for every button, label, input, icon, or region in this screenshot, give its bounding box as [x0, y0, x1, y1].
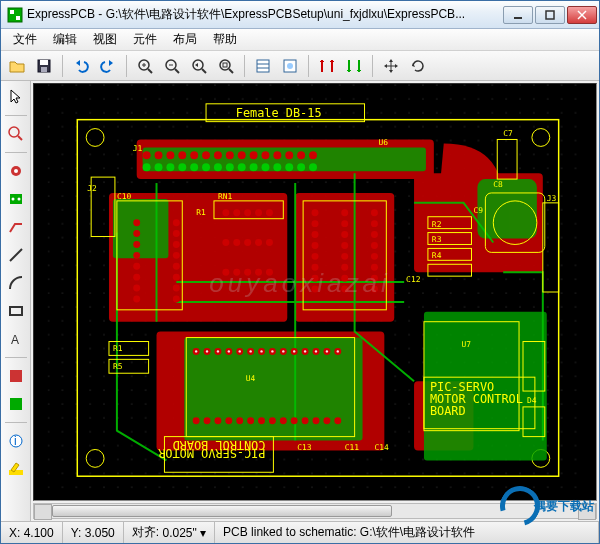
- highlight-tool[interactable]: [4, 457, 28, 481]
- menu-view[interactable]: 视图: [85, 29, 125, 50]
- svg-point-77: [226, 151, 234, 159]
- svg-rect-9: [41, 67, 47, 72]
- layer-top-tool[interactable]: [4, 364, 28, 388]
- menu-file[interactable]: 文件: [5, 29, 45, 50]
- close-button[interactable]: [567, 6, 597, 24]
- svg-point-38: [11, 198, 14, 201]
- svg-point-91: [214, 163, 222, 171]
- menu-edit[interactable]: 编辑: [45, 29, 85, 50]
- svg-rect-2: [16, 16, 20, 20]
- layer-bottom-tool[interactable]: [4, 392, 28, 416]
- svg-point-121: [269, 417, 276, 424]
- svg-point-137: [173, 230, 180, 237]
- svg-point-161: [312, 231, 319, 238]
- menu-help[interactable]: 帮助: [205, 29, 245, 50]
- svg-text:C10: C10: [117, 192, 132, 201]
- undo-button[interactable]: [69, 54, 93, 78]
- svg-rect-43: [10, 370, 22, 382]
- pad-round-tool[interactable]: [4, 159, 28, 183]
- svg-point-33: [9, 127, 19, 137]
- save-button[interactable]: [32, 54, 56, 78]
- svg-rect-21: [223, 63, 227, 67]
- svg-text:R5: R5: [113, 362, 123, 371]
- svg-rect-8: [40, 60, 48, 65]
- scrollbar-horizontal[interactable]: [33, 503, 597, 519]
- toolbar: [1, 51, 599, 81]
- svg-point-146: [244, 209, 251, 216]
- svg-point-86: [155, 163, 163, 171]
- svg-text:CONTROL BOARD: CONTROL BOARD: [173, 438, 266, 452]
- svg-point-156: [244, 269, 251, 276]
- svg-point-155: [233, 269, 240, 276]
- zoom-fit-button[interactable]: [214, 54, 238, 78]
- menu-layout[interactable]: 布局: [165, 29, 205, 50]
- svg-point-173: [341, 275, 348, 282]
- open-button[interactable]: [5, 54, 29, 78]
- svg-text:C8: C8: [493, 180, 503, 189]
- pcb-canvas[interactable]: Female DB-15: [33, 83, 597, 501]
- info-tool[interactable]: i: [4, 429, 28, 453]
- rect-tool[interactable]: [4, 299, 28, 323]
- svg-point-73: [178, 151, 186, 159]
- zoom-out-button[interactable]: [160, 54, 184, 78]
- svg-point-85: [143, 163, 151, 171]
- line-tool[interactable]: [4, 243, 28, 267]
- minimize-button[interactable]: [503, 6, 533, 24]
- svg-point-115: [204, 417, 211, 424]
- svg-line-40: [10, 249, 22, 261]
- zoom-in-button[interactable]: [133, 54, 157, 78]
- svg-point-126: [323, 417, 330, 424]
- flip-h-button[interactable]: [315, 54, 339, 78]
- svg-line-15: [175, 69, 179, 73]
- svg-point-98: [297, 163, 305, 171]
- svg-point-160: [312, 220, 319, 227]
- svg-point-151: [244, 239, 251, 246]
- maximize-button[interactable]: [535, 6, 565, 24]
- svg-point-182: [371, 286, 378, 293]
- properties-button[interactable]: [251, 54, 275, 78]
- svg-point-74: [190, 151, 198, 159]
- svg-point-169: [341, 231, 348, 238]
- status-x: X: 4.100: [1, 522, 63, 543]
- zoom-prev-button[interactable]: [187, 54, 211, 78]
- svg-point-164: [312, 264, 319, 271]
- arc-tool[interactable]: [4, 271, 28, 295]
- redo-button[interactable]: [96, 54, 120, 78]
- svg-line-18: [202, 69, 206, 73]
- pad-square-tool[interactable]: [4, 187, 28, 211]
- svg-point-143: [173, 295, 180, 302]
- options-button[interactable]: [278, 54, 302, 78]
- svg-text:U7: U7: [462, 340, 472, 349]
- status-link: PCB linked to schematic: G:\软件\电路设计软件: [215, 522, 599, 543]
- svg-point-177: [371, 231, 378, 238]
- svg-point-78: [238, 151, 246, 159]
- menu-component[interactable]: 元件: [125, 29, 165, 50]
- pointer-tool[interactable]: [4, 85, 28, 109]
- svg-rect-44: [10, 398, 22, 410]
- svg-point-94: [250, 163, 258, 171]
- svg-point-130: [133, 241, 140, 248]
- svg-point-179: [371, 253, 378, 260]
- svg-point-185: [217, 350, 219, 352]
- svg-point-183: [195, 350, 197, 352]
- rotate-button[interactable]: [406, 54, 430, 78]
- svg-point-71: [155, 151, 163, 159]
- svg-point-170: [341, 242, 348, 249]
- trace-tool[interactable]: [4, 215, 28, 239]
- svg-point-131: [133, 252, 140, 259]
- svg-point-129: [133, 230, 140, 237]
- svg-point-96: [273, 163, 281, 171]
- separator: [5, 357, 27, 358]
- status-snap[interactable]: 对齐: 0.025" ▾: [124, 522, 215, 543]
- svg-text:BOARD: BOARD: [430, 404, 466, 418]
- svg-text:C7: C7: [503, 129, 513, 138]
- svg-point-88: [178, 163, 186, 171]
- svg-point-39: [17, 198, 20, 201]
- svg-point-139: [173, 252, 180, 259]
- move-button[interactable]: [379, 54, 403, 78]
- svg-point-99: [309, 163, 317, 171]
- zoom-area-tool[interactable]: [4, 122, 28, 146]
- svg-point-90: [202, 163, 210, 171]
- flip-v-button[interactable]: [342, 54, 366, 78]
- text-tool[interactable]: A: [4, 327, 28, 351]
